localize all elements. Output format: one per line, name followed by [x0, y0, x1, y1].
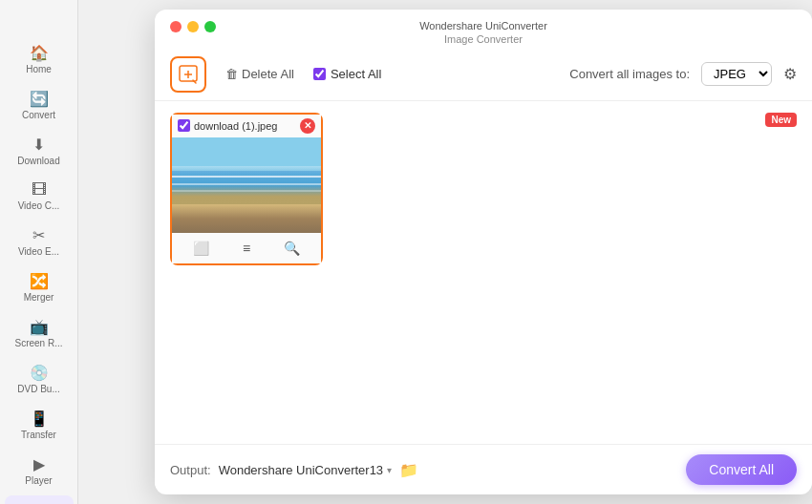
sidebar-item-home[interactable]: 🏠 Home [5, 38, 74, 80]
sidebar-item-dvd-label: DVD Bu... [17, 384, 59, 394]
output-label: Output: [170, 463, 211, 477]
app-name: Wondershare UniConverter [419, 19, 547, 32]
image-card: download (1).jpeg ✕ ⬜ ≡ 🔍 [170, 113, 323, 265]
modal-window: Wondershare UniConverter Image Converter… [155, 10, 812, 494]
chevron-down-icon: ▾ [387, 465, 392, 475]
app-subtitle: Image Converter [419, 32, 547, 46]
sidebar-item-download[interactable]: ⬇ Download [5, 130, 74, 172]
player-icon: ▶ [33, 455, 45, 473]
sidebar-item-dvd[interactable]: 💿 DVD Bu... [5, 358, 74, 400]
download-icon: ⬇ [32, 136, 45, 154]
dvd-icon: 💿 [30, 364, 49, 382]
close-button[interactable] [170, 21, 182, 32]
sidebar-item-video-compress-label: Video C... [18, 200, 60, 211]
foam-lines [172, 176, 321, 178]
transfer-icon: 📱 [30, 410, 49, 428]
sidebar-item-convert-label: Convert [22, 110, 55, 120]
sidebar-item-download-label: Download [17, 156, 59, 166]
sidebar-item-player-label: Player [25, 475, 52, 486]
sidebar-item-video-edit-label: Video E... [18, 246, 59, 257]
convert-all-images-label: Convert all images to: [569, 67, 690, 81]
image-card-header: download (1).jpeg ✕ [172, 115, 321, 137]
video-edit-icon: ✂ [32, 226, 45, 244]
maximize-button[interactable] [204, 21, 216, 32]
image-filename: download (1).jpeg [194, 120, 296, 132]
video-compress-icon: 🎞 [32, 181, 47, 199]
delete-all-button[interactable]: 🗑 Delete All [218, 63, 302, 85]
sidebar-item-screen[interactable]: 📺 Screen R... [5, 312, 74, 354]
sidebar-item-merger[interactable]: 🔀 Merger [5, 266, 74, 308]
titlebar: Wondershare UniConverter Image Converter [155, 10, 812, 51]
window-title: Wondershare UniConverter Image Converter [419, 19, 547, 47]
sidebar-item-transfer-label: Transfer [21, 430, 56, 440]
image-checkbox[interactable] [178, 119, 190, 132]
crop-button[interactable]: ⬜ [187, 239, 215, 258]
sidebar-item-home-label: Home [26, 64, 52, 74]
output-path-text: Wondershare UniConverter13 [219, 463, 383, 477]
content-area: New download (1).jpeg ✕ ⬜ ≡ 🔍 [155, 101, 812, 444]
screen-icon: 📺 [30, 318, 49, 336]
image-thumbnail [172, 137, 321, 233]
home-icon: 🏠 [30, 44, 49, 62]
traffic-lights [170, 21, 216, 32]
merger-icon: 🔀 [30, 272, 49, 290]
sidebar-item-video-edit[interactable]: ✂ Video E... [5, 220, 74, 262]
sidebar: 🏠 Home 🔄 Convert ⬇ Download 🎞 Video C...… [0, 0, 78, 504]
convert-icon: 🔄 [30, 90, 49, 108]
sidebar-item-toolbox[interactable]: ⚙ Toolbox [5, 495, 74, 504]
select-all-checkbox[interactable] [313, 68, 326, 80]
select-all-label: Select All [331, 67, 381, 81]
add-file-button[interactable] [170, 56, 206, 93]
output-path-button[interactable]: Wondershare UniConverter13 ▾ [219, 463, 392, 477]
preview-button[interactable]: 🔍 [278, 239, 306, 258]
image-card-actions: ⬜ ≡ 🔍 [172, 233, 321, 263]
convert-all-button[interactable]: Convert All [686, 454, 797, 485]
toolbar: 🗑 Delete All Select All Convert all imag… [155, 51, 812, 101]
main-area: 👤 🎧 Wondershare UniConverter Image Conve… [78, 0, 812, 504]
sidebar-item-merger-label: Merger [24, 292, 54, 303]
format-selector[interactable]: JPEG PNG BMP TIFF GIF WebP [701, 62, 772, 86]
select-all-checkbox-label[interactable]: Select All [313, 67, 381, 81]
sidebar-item-player[interactable]: ▶ Player [5, 450, 74, 492]
footer: Output: Wondershare UniConverter13 ▾ 📁 C… [155, 444, 812, 494]
open-folder-button[interactable]: 📁 [399, 461, 418, 479]
sidebar-item-video-compress[interactable]: 🎞 Video C... [5, 176, 74, 217]
delete-all-label: Delete All [242, 67, 294, 81]
new-badge: New [765, 113, 797, 127]
sidebar-item-convert[interactable]: 🔄 Convert [5, 84, 74, 126]
remove-image-button[interactable]: ✕ [300, 118, 315, 134]
wave-overlay [172, 166, 321, 204]
output-settings-button[interactable]: ⚙ [783, 65, 797, 83]
sidebar-item-transfer[interactable]: 📱 Transfer [5, 404, 74, 446]
trash-icon: 🗑 [225, 67, 238, 81]
minimize-button[interactable] [187, 21, 199, 32]
settings-button[interactable]: ≡ [237, 239, 256, 258]
sidebar-item-screen-label: Screen R... [14, 338, 62, 348]
